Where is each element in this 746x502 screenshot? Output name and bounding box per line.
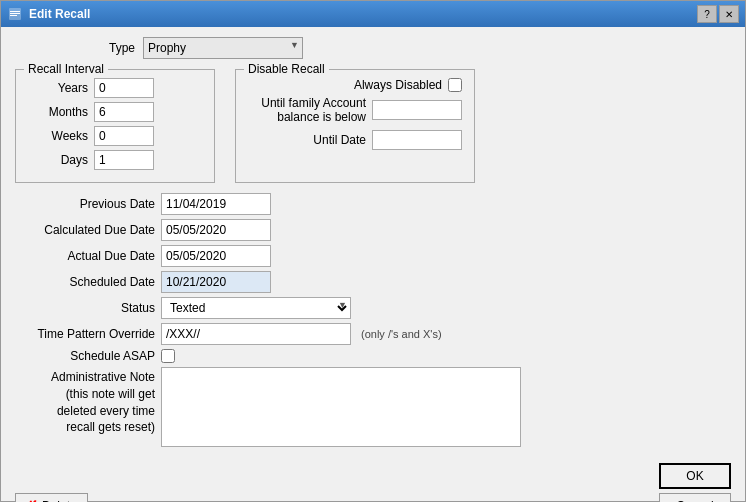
recall-interval-section: Recall Interval Years Months Weeks Days [15,69,215,183]
svg-rect-1 [10,11,20,12]
type-label: Type [15,41,135,55]
cancel-button[interactable]: Cancel [659,493,731,502]
balance-input[interactable] [372,100,462,120]
schedule-asap-row: Schedule ASAP [15,349,731,363]
type-select[interactable]: Prophy [143,37,303,59]
calculated-due-row: Calculated Due Date [15,219,731,241]
admin-note-row: Administrative Note (this note will get … [15,367,731,447]
time-pattern-row: Time Pattern Override (only /'s and X's) [15,323,731,345]
always-disabled-checkbox[interactable] [448,78,462,92]
previous-date-input[interactable] [161,193,271,215]
days-input[interactable] [94,150,154,170]
time-pattern-hint: (only /'s and X's) [361,328,442,340]
status-row: Status Texted None Called Mailed E-Maile… [15,297,731,319]
years-input[interactable] [94,78,154,98]
calculated-due-input[interactable] [161,219,271,241]
type-select-wrapper: Prophy [143,37,303,59]
until-date-input[interactable] [372,130,462,150]
weeks-label: Weeks [28,129,88,143]
until-date-row: Until Date [248,130,462,150]
years-row: Years [28,78,202,98]
type-row: Type Prophy [15,37,731,59]
status-select-wrapper: Texted None Called Mailed E-Mailed InPro… [161,297,351,319]
close-button[interactable]: ✕ [719,5,739,23]
always-disabled-label: Always Disabled [354,78,442,92]
window-content: Type Prophy Recall Interval Years Months [1,27,745,457]
schedule-asap-label: Schedule ASAP [15,349,155,363]
previous-date-row: Previous Date [15,193,731,215]
ok-button[interactable]: OK [659,463,731,489]
schedule-asap-checkbox[interactable] [161,349,175,363]
days-label: Days [28,153,88,167]
form-rows: Previous Date Calculated Due Date Actual… [15,193,731,447]
bottom-bar: ✗ Delete OK Cancel [1,457,745,502]
window-title: Edit Recall [29,7,697,21]
months-input[interactable] [94,102,154,122]
admin-note-label: Administrative Note (this note will get … [15,367,155,436]
recall-interval-label: Recall Interval [24,62,108,76]
status-select[interactable]: Texted None Called Mailed E-Mailed InPro… [161,297,351,319]
delete-icon: ✗ [26,498,38,502]
balance-row: Until family Account balance is below [248,96,462,124]
calculated-due-label: Calculated Due Date [15,223,155,237]
disable-recall-label: Disable Recall [244,62,329,76]
days-row: Days [28,150,202,170]
previous-date-label: Previous Date [15,197,155,211]
until-date-label: Until Date [248,133,366,147]
window-icon [7,6,23,22]
status-label: Status [15,301,155,315]
edit-recall-window: Edit Recall ? ✕ Type Prophy Recall Inter… [0,0,746,502]
weeks-row: Weeks [28,126,202,146]
svg-rect-3 [10,15,17,16]
help-button[interactable]: ? [697,5,717,23]
title-bar-buttons: ? ✕ [697,5,739,23]
actual-due-input[interactable] [161,245,271,267]
scheduled-date-input[interactable] [161,271,271,293]
svg-rect-2 [10,13,20,14]
months-row: Months [28,102,202,122]
scheduled-date-label: Scheduled Date [15,275,155,289]
months-label: Months [28,105,88,119]
main-sections: Recall Interval Years Months Weeks Days [15,69,731,183]
delete-button[interactable]: ✗ Delete [15,493,88,502]
ok-cancel-group: OK Cancel [659,463,731,502]
admin-note-textarea[interactable] [161,367,521,447]
actual-due-label: Actual Due Date [15,249,155,263]
balance-label: Until family Account balance is below [248,96,366,124]
always-disabled-row: Always Disabled [248,78,462,92]
disable-recall-section: Disable Recall Always Disabled Until fam… [235,69,475,183]
time-pattern-input[interactable] [161,323,351,345]
years-label: Years [28,81,88,95]
actual-due-row: Actual Due Date [15,245,731,267]
weeks-input[interactable] [94,126,154,146]
time-pattern-label: Time Pattern Override [15,327,155,341]
scheduled-date-row: Scheduled Date [15,271,731,293]
title-bar: Edit Recall ? ✕ [1,1,745,27]
